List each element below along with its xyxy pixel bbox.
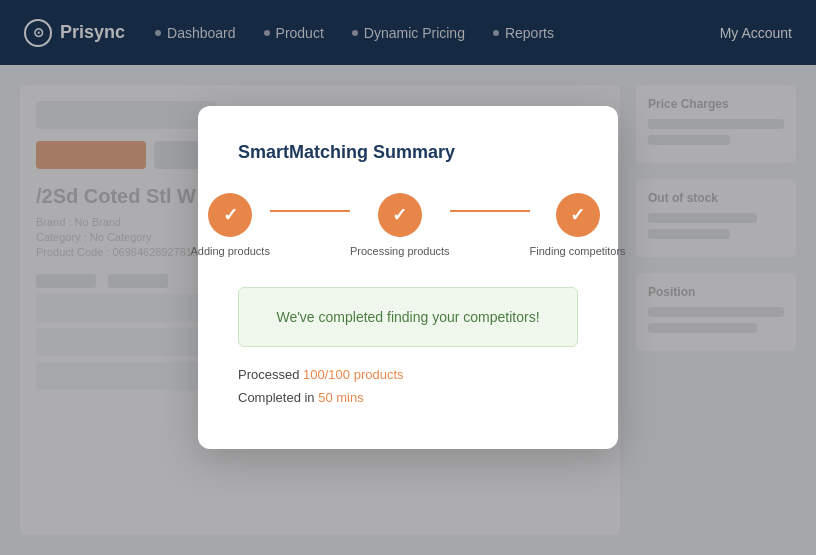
- step-connector-2: [450, 210, 530, 212]
- step-circle-2: ✓: [378, 193, 422, 237]
- stat-completed: Completed in 50 mins: [238, 390, 578, 405]
- step-label-2: Processing products: [350, 245, 450, 257]
- steps-row: ✓ Adding products ✓ Processing products …: [238, 193, 578, 257]
- step-processing-products: ✓ Processing products: [350, 193, 450, 257]
- step-adding-products: ✓ Adding products: [190, 193, 270, 257]
- stat-completed-highlight: 50 mins: [318, 390, 364, 405]
- stat-processed-highlight: 100/100 products: [303, 367, 403, 382]
- smartmatching-modal: SmartMatching Summary ✓ Adding products …: [198, 106, 618, 449]
- step-finding-competitors: ✓ Finding competitors: [530, 193, 626, 257]
- step-check-1: ✓: [223, 204, 238, 226]
- step-label-3: Finding competitors: [530, 245, 626, 257]
- step-circle-1: ✓: [208, 193, 252, 237]
- modal-title: SmartMatching Summary: [238, 142, 578, 163]
- success-message: We've completed finding your competitors…: [276, 309, 539, 325]
- success-box: We've completed finding your competitors…: [238, 287, 578, 347]
- step-connector-1: [270, 210, 350, 212]
- step-label-1: Adding products: [190, 245, 270, 257]
- step-circle-3: ✓: [556, 193, 600, 237]
- step-check-2: ✓: [392, 204, 407, 226]
- stat-processed: Processed 100/100 products: [238, 367, 578, 382]
- step-check-3: ✓: [570, 204, 585, 226]
- modal-overlay: SmartMatching Summary ✓ Adding products …: [0, 0, 816, 555]
